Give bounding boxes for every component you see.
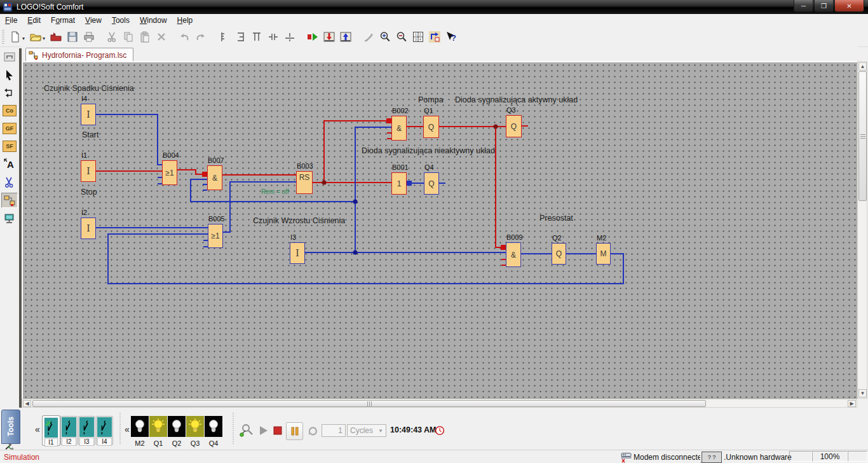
fbd-block-Q2[interactable]: Q [552,243,566,265]
restore-button[interactable]: ❐ [814,0,834,12]
palette-monitor-icon[interactable] [2,212,17,226]
canvas-label[interactable]: Dioda sygnalizująca nieaktywny układ [362,146,495,155]
vertical-scroll-thumb[interactable] [858,71,867,201]
horizontal-scroll-thumb[interactable] [32,400,706,407]
palette-selection-icon[interactable] [2,68,17,82]
app-icon[interactable] [3,2,13,12]
new-file-dropdown-arrow[interactable]: ▾ [22,36,25,41]
document-tab[interactable]: Hydrofornia- Program.lsc [25,48,133,62]
copy-icon[interactable] [121,29,136,45]
minimize-button[interactable]: ─ [794,0,813,12]
fbd-block-B005[interactable]: ≥1 [208,224,223,248]
wire[interactable] [108,234,623,284]
distribute-icon[interactable] [282,29,297,45]
menu-window[interactable]: Window [135,15,172,26]
zoom-out-icon[interactable] [394,29,409,45]
canvas-label[interactable]: Start [82,130,98,139]
cycle-loop-icon[interactable] [306,424,319,437]
fbd-block-Q4[interactable]: Q [424,172,439,195]
scroll-down-arrow[interactable]: ▼ [858,389,867,397]
menu-file[interactable]: File [0,15,22,26]
play-button[interactable] [258,425,269,436]
fbd-block-B009[interactable]: & [506,242,521,267]
redo-icon[interactable] [193,29,208,45]
fbd-block-B002[interactable]: & [391,116,407,141]
open-device-icon[interactable] [48,29,64,45]
vertical-scrollbar[interactable]: ▲ ▼ [857,61,867,399]
cycles-count-field[interactable]: 1 [322,424,346,437]
scroll-left-arrow[interactable]: ◀ [23,400,31,407]
center-horizontal-icon[interactable] [266,29,281,45]
convert-icon[interactable] [427,29,442,45]
align-right-icon[interactable] [233,29,248,45]
canvas-label[interactable]: Stop [81,188,97,197]
status-probe-icon[interactable] [239,423,254,438]
paste-icon[interactable] [137,29,153,45]
input-switch-I2[interactable]: I2 [60,416,78,445]
print-icon[interactable] [81,29,97,45]
palette-split-connection-icon[interactable] [2,175,17,189]
cycles-unit-dropdown[interactable]: Cycles ▼ [347,424,386,437]
fbd-block-B004[interactable]: ≥1 [162,160,177,185]
menu-tools[interactable]: Tools [107,15,135,26]
fbd-block-B007[interactable]: & [207,165,222,190]
fbd-block-B001[interactable]: 1 [391,172,407,195]
input-switch-I1[interactable]: I1 [43,416,60,445]
toolbar-drag-handle[interactable] [2,30,4,44]
fbd-block-B003[interactable]: RS [296,171,313,194]
open-file-dropdown-arrow[interactable]: ▾ [43,36,45,41]
collapse-inputs-chevron[interactable]: « [35,424,40,434]
fbd-block-I2[interactable]: I [81,218,96,239]
collapse-outputs-chevron[interactable]: « [125,424,130,434]
palette-basic-functions[interactable]: GF [2,121,17,135]
align-ruler-icon[interactable] [216,29,231,45]
online-test-icon[interactable] [361,29,376,45]
menu-format[interactable]: Format [46,15,80,26]
horizontal-scrollbar[interactable]: ◀ ▶ [22,399,857,408]
wire[interactable] [95,114,162,165]
new-file-icon[interactable] [8,29,23,45]
start-simulation-icon[interactable] [305,29,320,45]
open-file-icon[interactable] [28,29,43,45]
fbd-block-I4[interactable]: I [81,104,96,125]
close-button[interactable]: ✕ [834,0,864,12]
menu-view[interactable]: View [80,15,107,26]
fbd-block-Q3[interactable]: Q [506,115,522,137]
palette-constants[interactable]: Co [2,104,17,118]
undo-icon[interactable] [177,29,192,45]
save-icon[interactable] [65,29,80,45]
fbd-block-I3[interactable]: I [290,242,305,264]
scroll-right-arrow[interactable]: ▶ [848,400,856,407]
canvas-label[interactable]: Pompa [418,95,444,104]
menu-edit[interactable]: Edit [22,15,46,26]
fbd-canvas[interactable]: II4II1II2II3≥1B004&B007RSB003≥1B005&B002… [22,61,857,399]
fbd-block-Q1[interactable]: Q [423,116,439,138]
cut-icon[interactable] [104,29,119,45]
canvas-label[interactable]: Czujnik Wzrostu Ciśnienia [253,216,345,225]
align-top-icon[interactable] [249,29,264,45]
scroll-up-arrow[interactable]: ▲ [858,62,867,71]
context-help-icon[interactable]: ? [444,29,459,45]
canvas-label[interactable]: Presostat [539,214,573,223]
delete-icon[interactable] [154,29,169,45]
palette-fbd-editor-icon[interactable] [1,193,18,208]
palette-connector-icon[interactable] [2,86,17,100]
pause-button[interactable] [286,422,303,440]
zoom-in-icon[interactable] [377,29,393,45]
canvas-label[interactable]: Rem = off [261,188,288,195]
stop-button[interactable] [273,426,282,435]
wire[interactable] [496,127,506,247]
input-switch-I4[interactable]: I4 [96,416,113,445]
palette-special-functions[interactable]: SF [2,139,17,153]
split-window-icon[interactable]: 1234 [410,29,426,45]
download-to-device-icon[interactable] [322,29,337,45]
canvas-label[interactable]: Dioda sygnalizująca aktywny układ [455,95,578,104]
fbd-block-M2[interactable]: M [596,243,611,265]
canvas-label[interactable]: Czujnik Spadku Ciśnienia [44,84,134,93]
fbd-block-I1[interactable]: I [81,160,96,182]
upload-from-device-icon[interactable] [338,29,353,45]
palette-interface-icon[interactable] [2,50,17,64]
tools-panel-tab[interactable]: Tools [1,410,20,444]
palette-text-icon[interactable]: A [2,157,17,171]
input-switch-I3[interactable]: I3 [78,416,95,445]
